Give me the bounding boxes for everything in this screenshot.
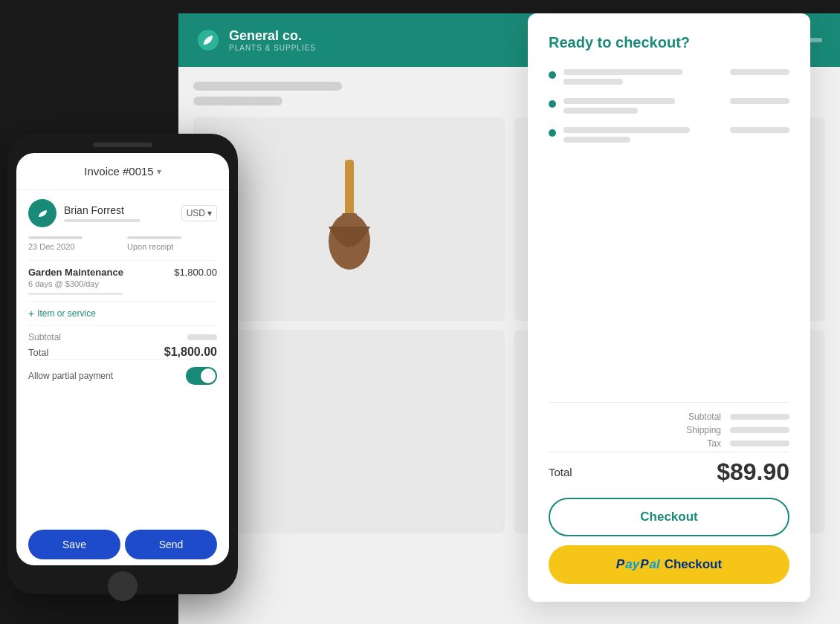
checkout-tax-val [730,441,789,446]
checkout-totals: Subtotal Shipping Tax Total $89.90 [549,402,789,486]
currency-badge[interactable]: USD ▾ [181,205,217,221]
checkout-item-3-price [730,127,789,133]
total-amount: $1,800.00 [164,345,217,359]
client-bar [64,219,140,222]
checkout-total-amount: $89.90 [717,458,789,486]
invoice-body: Brian Forrest USD ▾ 23 Dec 2020 Upon rec… [16,190,229,524]
client-name: Brian Forrest [64,204,174,216]
checkout-item-1-lines [563,69,789,85]
line-item-bar [28,293,123,295]
paypal-checkout-button[interactable]: PayPal Checkout [549,545,789,584]
placeholder-bar-1 [193,82,342,91]
checkout-total-label: Total [549,466,572,478]
checkout-item-1-price [730,69,789,75]
company-name: General co. [229,28,316,44]
checkout-title: Ready to checkout? [549,34,789,51]
currency-label: USD [187,208,205,218]
invoice-chevron-icon: ▾ [157,166,161,177]
divider-2 [28,301,217,302]
leaf-avatar-icon [35,206,50,221]
line-item-desc: 6 days @ $300/day [28,279,217,288]
checkout-item-3-name [563,127,690,133]
save-button[interactable]: Save [28,530,120,559]
checkout-item-1-name [563,69,682,75]
subtotal-row: Subtotal [28,332,217,342]
line-item-price: $1,800.00 [174,267,217,278]
checkout-item-2-lines [563,98,789,114]
company-info: General co. PLANTS & SUPPLIES [229,28,316,52]
checkout-item-3-sub [563,137,630,143]
checkout-item-3 [549,127,789,143]
checkout-shipping-row: Shipping [549,425,789,435]
checkout-total-row: Total $89.90 [549,452,789,486]
grid-cell-1 [193,117,505,321]
paypal-icon: PayPal [616,557,660,572]
grid-cell-3 [193,330,505,533]
checkout-item-2-row [563,98,789,104]
checkout-subtotal-row: Subtotal [549,412,789,422]
toggle-knob [201,368,216,383]
date-due-value: Upon receipt [127,242,217,251]
divider-1 [28,260,217,261]
paypal-checkout-label: Checkout [665,557,722,572]
add-item-row[interactable]: + Item or service [28,308,217,319]
phone-screen: Invoice #0015 ▾ Brian Forrest US [16,153,229,565]
checkout-dot-2 [549,100,556,108]
subtotal-bar [187,334,217,340]
add-item-label: Item or service [37,308,96,319]
checkout-item-2-name [563,98,675,104]
checkout-shipping-val [730,427,789,433]
checkout-dot-1 [549,71,556,79]
checkout-item-2-sub [563,108,638,114]
checkout-item-1-sub [563,79,623,85]
line-item-name: Garden Maintenance [28,267,123,278]
date-due-label-bar [127,236,181,239]
checkout-button[interactable]: Checkout [549,498,789,536]
date-from-label-bar [28,236,83,239]
send-button[interactable]: Send [125,530,217,559]
line-item-row: Garden Maintenance $1,800.00 [28,267,217,278]
partial-payment-toggle[interactable] [186,367,217,385]
currency-chevron-icon: ▾ [207,208,212,218]
shovel-icon [312,160,387,279]
total-label: Total [28,347,48,358]
date-due-field: Upon receipt [127,236,217,251]
placeholder-bar-2 [193,97,282,105]
phone-mockup: Invoice #0015 ▾ Brian Forrest US [7,134,238,594]
paypal-p1: P [616,557,624,572]
paypal-p2b: al [649,557,659,572]
partial-payment-row: Allow partial payment [28,359,217,392]
checkout-tax-row: Tax [549,438,789,449]
checkout-item-3-row [563,127,789,133]
client-info: Brian Forrest [64,204,174,222]
checkout-modal: Ready to checkout? [528,13,810,602]
checkout-dot-3 [549,129,556,137]
date-from-value: 23 Dec 2020 [28,242,118,251]
dates-row: 23 Dec 2020 Upon receipt [28,236,217,251]
checkout-subtotal-label: Subtotal [688,412,721,422]
divider-3 [28,325,217,326]
checkout-item-1-row [563,69,789,75]
total-row: Total $1,800.00 [28,345,217,359]
checkout-item-1 [549,69,789,85]
checkout-item-2-price [730,98,789,104]
add-plus-icon: + [28,308,34,319]
partial-payment-label: Allow partial payment [28,371,113,381]
logo-icon [196,28,220,52]
company-sub: PLANTS & SUPPLIES [229,44,316,52]
checkout-tax-label: Tax [707,438,721,449]
paypal-p2: ay [625,557,639,572]
invoice-header: Invoice #0015 ▾ [16,153,229,190]
phone-home-button[interactable] [108,571,138,601]
checkout-items [549,69,789,402]
phone-notch [93,143,152,147]
svg-rect-2 [345,160,354,219]
line-item: Garden Maintenance $1,800.00 6 days @ $3… [28,267,217,295]
checkout-item-3-lines [563,127,789,143]
phone-buttons: Save Send [16,524,229,565]
subtotal-label: Subtotal [28,332,61,342]
checkout-subtotal-val [730,414,789,420]
paypal-p1b: P [640,557,648,572]
client-row: Brian Forrest USD ▾ [28,199,217,227]
date-from-field: 23 Dec 2020 [28,236,118,251]
